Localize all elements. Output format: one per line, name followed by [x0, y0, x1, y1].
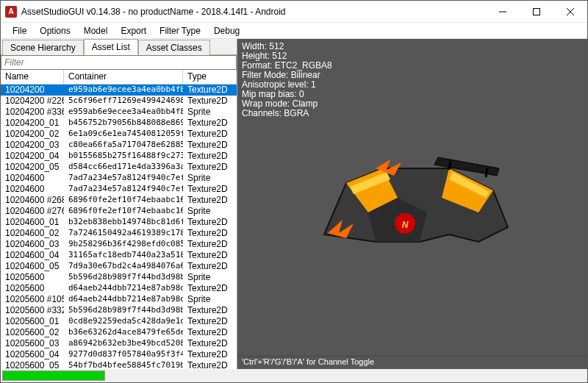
table-row[interactable]: 10205600 #33255b596d28b989f7f44bd3d98b2c…	[1, 305, 237, 316]
cell-container: 5b596d28b989f7f44bd3d98b2c1a23f8	[64, 272, 183, 283]
cell-type: Texture2D	[183, 261, 237, 272]
cell-container: d64aeb244dbb7214e87ab98dc384a313	[64, 283, 183, 294]
cell-container: 7ad7a234e57a8124f940c7ef4b677d9e	[64, 173, 183, 184]
table-row[interactable]: 10204200_026e1a09c6e1ea74540812059f031ef…	[1, 129, 237, 140]
table-row[interactable]: 10204200_03c80ea66fa5a7170478e62885d7824…	[1, 140, 237, 151]
cell-type: Texture2D	[183, 217, 237, 228]
cell-name: 10205600_01	[1, 316, 64, 327]
cell-container: 6896f0fe2ef10f74ebaabc165e9d0404	[64, 206, 183, 217]
cell-name: 10204200_02	[1, 129, 64, 140]
table-row[interactable]: 10205600 #1057d64aeb244dbb7214e87ab98dc3…	[1, 294, 237, 305]
table-row[interactable]: 10204200e959ab6e9ecee3a4ea0bb4f81552414a…	[1, 85, 237, 96]
cell-container: a86942b632eb3be49bcd520878dcee64	[64, 338, 183, 349]
tab-asset-classes[interactable]: Asset Classes	[138, 40, 210, 55]
cell-name: 10204600_04	[1, 250, 64, 261]
cell-name: 10205600 #3325	[1, 305, 64, 316]
tab-scene-hierarchy[interactable]: Scene Hierarchy	[2, 40, 84, 55]
svg-line-4	[449, 161, 451, 170]
table-row[interactable]: 10205600_02b36e63262d4ace8479fe65de893cc…	[1, 327, 237, 338]
cell-name: 10204600	[1, 173, 64, 184]
cell-type: Texture2D	[183, 85, 237, 96]
cell-type: Texture2D	[183, 283, 237, 294]
cell-type: Texture2D	[183, 250, 237, 261]
cell-name: 10205600_03	[1, 338, 64, 349]
cell-type: Texture2D	[183, 162, 237, 173]
channel-hint: 'Ctrl'+'R'/'G'/'B'/'A' for Channel Toggl…	[237, 356, 587, 369]
table-row[interactable]: 10204200_05d584cc66ed171e4da3396a3ae1d41…	[1, 162, 237, 173]
svg-text:N: N	[402, 220, 409, 230]
table-row[interactable]: 10204600_039b258296b36f4298efd0c08579715…	[1, 239, 237, 250]
titlebar: A AssetStudioGUI v0.14.38 - no productNa…	[1, 1, 587, 23]
cell-name: 10204600 #2764	[1, 206, 64, 217]
col-header-type[interactable]: Type	[183, 70, 237, 84]
app-icon: A	[5, 6, 17, 18]
minimize-button[interactable]	[486, 1, 520, 23]
table-row[interactable]: 10204200_04b0155685b275f16488f9c273d82c7…	[1, 151, 237, 162]
cell-type: Texture2D	[183, 316, 237, 327]
cell-name: 10204600_05	[1, 261, 64, 272]
cell-name: 10204600	[1, 184, 64, 195]
cell-container: 7d9a30e67bd2c4a4984076a6ca9e3dff	[64, 261, 183, 272]
table-row[interactable]: 10204600_0431165afc18edb7440a23a518aa652…	[1, 250, 237, 261]
cell-type: Texture2D	[183, 151, 237, 162]
menu-debug[interactable]: Debug	[208, 24, 245, 37]
cell-type: Texture2D	[183, 305, 237, 316]
cell-type: Texture2D	[183, 349, 237, 360]
cell-container: 5c6f96eff71269e4994246984ebc1d6	[64, 96, 183, 107]
cell-type: Texture2D	[183, 129, 237, 140]
menubar: File Options Model Export Filter Type De…	[1, 23, 587, 39]
menu-model[interactable]: Model	[78, 24, 114, 37]
table-row[interactable]: 102046007ad7a234e57a8124f940c7ef4b677d9e…	[1, 173, 237, 184]
cell-type: Texture2D	[183, 118, 237, 129]
car-body-icon: N	[302, 124, 523, 271]
table-row[interactable]: 10204600_057d9a30e67bd2c4a4984076a6ca9e3…	[1, 261, 237, 272]
cell-type: Texture2D	[183, 195, 237, 206]
close-button[interactable]	[553, 1, 587, 23]
table-row[interactable]: 10204600_027a7246150492a4619389c1781aa0d…	[1, 228, 237, 239]
cell-name: 10204200 #2266	[1, 96, 64, 107]
cell-name: 10204600_03	[1, 239, 64, 250]
cell-name: 10205600_04	[1, 349, 64, 360]
menu-export[interactable]: Export	[115, 24, 152, 37]
table-row[interactable]: 10204200 #3360e959ab6e9ecee3a4ea0bb4f815…	[1, 107, 237, 118]
table-row[interactable]: 10204200 #22665c6f96eff71269e4994246984e…	[1, 96, 237, 107]
cell-container: 6e1a09c6e1ea74540812059f031ef8d5	[64, 129, 183, 140]
table-row[interactable]: 102056005b596d28b989f7f44bd3d98b2c1a23f8…	[1, 272, 237, 283]
table-row[interactable]: 10205600_0554bf7bd4bfee58845fc7019b8e610…	[1, 360, 237, 369]
table-row[interactable]: 10205600_010cd8e92259eda5c428da9e1d54bbf…	[1, 316, 237, 327]
table-row[interactable]: 10205600d64aeb244dbb7214e87ab98dc384a313…	[1, 283, 237, 294]
menu-filter-type[interactable]: Filter Type	[154, 24, 207, 37]
cell-container: 6896f0fe2ef10f74ebaabc165e9d0404	[64, 195, 183, 206]
cell-type: Texture2D	[183, 360, 237, 369]
cell-name: 10204200_04	[1, 151, 64, 162]
list-header: Name Container Type	[1, 70, 237, 85]
statusbar	[1, 369, 587, 382]
cell-type: Texture2D	[183, 327, 237, 338]
table-row[interactable]: 10204200_01b456752b79056b848088e86979ed8…	[1, 118, 237, 129]
cell-name: 10205600_02	[1, 327, 64, 338]
table-row[interactable]: 10205600_049277d0d837f057840a95f3f493f3c…	[1, 349, 237, 360]
asset-list[interactable]: 10204200e959ab6e9ecee3a4ea0bb4f81552414a…	[1, 85, 237, 369]
cell-container: 9b258296b36f4298efd0c08579715	[64, 239, 183, 250]
col-header-container[interactable]: Container	[64, 70, 183, 84]
cell-name: 10205600	[1, 272, 64, 283]
tab-asset-list[interactable]: Asset List	[84, 39, 138, 55]
cell-name: 10205600 #1057	[1, 294, 64, 305]
menu-options[interactable]: Options	[34, 24, 76, 37]
table-row[interactable]: 10205600_03a86942b632eb3be49bcd520878dce…	[1, 338, 237, 349]
maximize-button[interactable]	[520, 1, 553, 23]
cell-type: Texture2D	[183, 184, 237, 195]
table-row[interactable]: 10204600 #27646896f0fe2ef10f74ebaabc165e…	[1, 206, 237, 217]
table-row[interactable]: 10204600 #26836896f0fe2ef10f74ebaabc165e…	[1, 195, 237, 206]
table-row[interactable]: 10204600_01b32eb838ebb149748bc81d6fbf475…	[1, 217, 237, 228]
svg-line-5	[486, 168, 487, 177]
cell-container: 0cd8e92259eda5c428da9e1d54bbf5c8	[64, 316, 183, 327]
progress-bar	[2, 371, 105, 381]
col-header-name[interactable]: Name	[1, 70, 64, 84]
cell-type: Sprite	[183, 272, 237, 283]
table-row[interactable]: 102046007ad7a234e57a8124f940c7ef4b677d9e…	[1, 184, 237, 195]
cell-type: Sprite	[183, 294, 237, 305]
menu-file[interactable]: File	[7, 24, 32, 37]
cell-container: 7a7246150492a4619389c1781aa0d11	[64, 228, 183, 239]
filter-input[interactable]	[1, 55, 237, 70]
